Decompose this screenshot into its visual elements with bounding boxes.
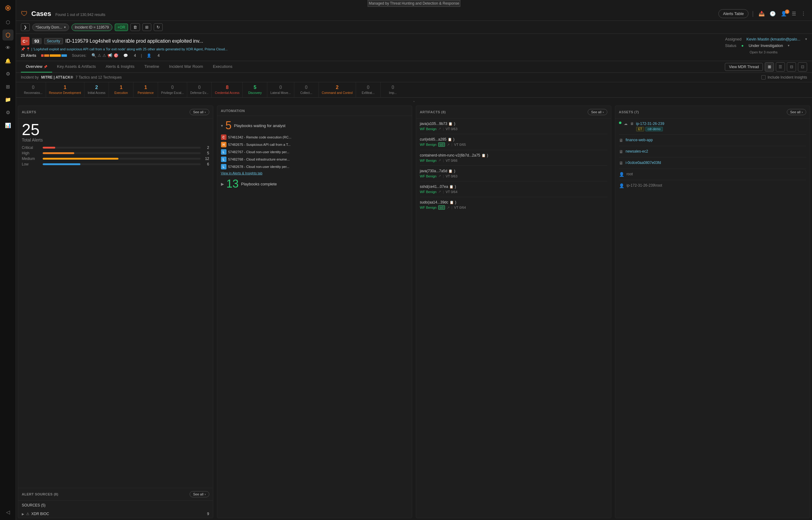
tactic-command-control[interactable]: 2 Command and Control — [319, 82, 356, 97]
share-icon-2[interactable]: ↗ — [438, 158, 441, 162]
tactic-exfiltrat[interactable]: 0 Exfiltrat... — [356, 82, 381, 97]
tactic-imp[interactable]: 0 Imp... — [381, 82, 405, 97]
columns-btn[interactable]: ⊞ — [142, 23, 151, 31]
assigned-value[interactable]: Kevin Mastin (kmastin@palo... — [746, 37, 800, 42]
nav-icon-alert[interactable]: 🔔 — [2, 55, 13, 66]
refresh-btn[interactable]: ↻ — [154, 23, 163, 31]
tactic-collect[interactable]: 0 Collect... — [294, 82, 319, 97]
tactic-initial-access[interactable]: 2 Initial Access — [84, 82, 109, 97]
detail-view-btn[interactable]: ⊟ — [787, 62, 796, 72]
source-expand-icon[interactable]: ▶ — [22, 512, 24, 516]
share-icon-1[interactable]: ↗ — [447, 143, 450, 147]
tactic-discovery[interactable]: 5 Discovery — [243, 82, 267, 97]
brand-logo[interactable] — [2, 2, 13, 14]
nav-icon-settings[interactable]: ⚙ — [2, 107, 13, 118]
copy-icon-0[interactable]: 📋 — [448, 122, 453, 126]
copy-icon-4[interactable]: 📋 — [449, 185, 454, 189]
view-insights-link[interactable]: View in Alerts & Insights tab — [221, 171, 408, 175]
copy-icon-3[interactable]: 📋 — [448, 169, 453, 173]
playbook-item-2[interactable]: L 57482767 - Cloud non-user identity per… — [221, 149, 408, 155]
tab-alerts-insights[interactable]: Alerts & Insights — [101, 61, 139, 73]
user-icon-4: 👤 — [619, 172, 624, 177]
notification-badge[interactable]: 👤 1 — [780, 11, 788, 17]
playbook-item-0[interactable]: C 57461342 - Remote code execution (RC..… — [221, 134, 408, 140]
complete-expand-icon[interactable]: ▶ — [221, 182, 224, 186]
asset-name-5[interactable]: ip-172-31-26-239\root — [627, 183, 807, 187]
nav-icon-puzzle[interactable]: ⚙ — [2, 68, 13, 79]
delete-filter-btn[interactable]: 🗑 — [130, 23, 140, 31]
tab-overview[interactable]: Overview 📌 — [21, 61, 52, 73]
severity-row-high: High 5 — [22, 151, 209, 155]
asset-name-4[interactable]: root — [627, 172, 807, 176]
include-insights-checkbox[interactable] — [761, 75, 766, 79]
playbook-item-1[interactable]: H 57482675 - Suspicious API call from a … — [221, 142, 408, 147]
artifacts-panel: ARTIFACTS (8) See all › java(a105...9b73… — [416, 106, 611, 518]
lc-badge-1: LC — [438, 142, 445, 147]
results-count: Found 1 out of 130,942 results — [55, 12, 105, 17]
or-button[interactable]: +OR — [115, 24, 128, 31]
include-insights-toggle[interactable]: Include Incident Insights — [761, 75, 807, 79]
list-view-btn[interactable]: ☰ — [776, 62, 785, 72]
share-icon-0[interactable]: ↗ — [438, 127, 441, 131]
copy-icon-1[interactable]: 📋 — [448, 137, 452, 141]
case-header: C ▾ 93 Security ID-119579 Log4shell vuln… — [16, 34, 812, 61]
tab-timeline[interactable]: Timeline — [139, 61, 164, 73]
waiting-expand-icon[interactable]: ▾ — [221, 123, 223, 128]
clock-icon[interactable]: 🕐 — [768, 9, 777, 18]
alerts-see-all-btn[interactable]: See all › — [190, 109, 209, 115]
alert-sources-see-all-btn[interactable]: See all › — [190, 491, 209, 497]
incident-id-filter[interactable]: Incident ID = 119579 — [72, 24, 112, 31]
xdr-bioc-count: 9 — [207, 512, 209, 516]
alerts-table-button[interactable]: Alerts Table — [719, 9, 749, 18]
share-icon-5[interactable]: ↗ — [447, 206, 450, 210]
tactic-persistence[interactable]: 1 Persistence — [134, 82, 158, 97]
share-icon-3[interactable]: ↗ — [438, 174, 441, 178]
alerts-panel-title: ALERTS — [22, 110, 36, 114]
asset-name-1[interactable]: finance-web-app — [626, 138, 807, 142]
playbook-item-4[interactable]: L 57482678 - Cloud non-user identity per… — [221, 164, 408, 170]
nav-icon-shield[interactable] — [2, 29, 13, 41]
status-value[interactable]: Under Investigation — [749, 43, 783, 48]
nav-icon-eye[interactable]: 👁 — [2, 42, 13, 53]
asset-name-2[interactable]: newsales-ec2 — [626, 149, 807, 154]
artifacts-see-all-btn[interactable]: See all › — [588, 109, 607, 115]
main-tabs: Overview 📌 Key Assets & Artifacts Alerts… — [16, 61, 812, 73]
asset-name-3[interactable]: i-0cdce0aa0807e03fd — [626, 160, 807, 165]
copy-icon-2[interactable]: 📋 — [482, 154, 486, 157]
tactic-resource-dev[interactable]: 1 Resource Development — [46, 82, 85, 97]
expand-collapse-btn[interactable]: ❯ — [21, 23, 30, 31]
grid-view-btn[interactable]: ⊞ — [765, 62, 774, 72]
share-icon-4[interactable]: ↗ — [438, 190, 441, 194]
view-mdr-button[interactable]: View MDR Thread — [725, 63, 763, 71]
playbook-item-3[interactable]: L 57482768 - Cloud infrastructure enume.… — [221, 157, 408, 162]
tactics-row: 0 Reconnaiss... 1 Resource Development 2… — [16, 82, 812, 98]
tactic-lateral-move[interactable]: 0 Lateral Move... — [267, 82, 294, 97]
nav-icon-chart[interactable]: 📊 — [2, 120, 13, 131]
alert-severity-bar — [41, 54, 67, 57]
nav-icon-collapse[interactable]: ◁ — [2, 506, 13, 518]
inbox-icon[interactable]: 📥 — [757, 9, 766, 18]
tab-key-assets[interactable]: Key Assets & Artifacts — [52, 61, 101, 73]
copy-icon-5[interactable]: 📋 — [450, 201, 454, 204]
asset-name-0[interactable]: ip-172-31-26-239 — [636, 122, 807, 126]
tactic-execution[interactable]: 1 Execution — [109, 82, 134, 97]
tab-executions[interactable]: Executions — [208, 61, 238, 73]
tactic-defense-ev[interactable]: 0 Defense Ev... — [187, 82, 212, 97]
scroll-down-indicator[interactable]: ⌄ — [16, 98, 812, 104]
tactic-reconnaiss[interactable]: 0 Reconnaiss... — [21, 82, 46, 97]
tactic-credential-access[interactable]: 8 Credential Access — [212, 82, 243, 97]
critical-label: Critical — [22, 146, 40, 150]
menu-icon[interactable]: ☰ — [790, 9, 797, 18]
more-icon[interactable]: ⋮ — [800, 9, 807, 18]
assets-see-all-btn[interactable]: See all › — [787, 109, 806, 115]
tab-incident-war-room[interactable]: Incident War Room — [164, 61, 208, 73]
tactic-privilege-escal[interactable]: 0 Privilege Escal... — [158, 82, 187, 97]
alerts-panel: ALERTS See all › 25 Total Alerts Critica… — [18, 106, 213, 518]
nav-icon-grid[interactable]: ⊞ — [2, 81, 13, 92]
nav-icon-folder[interactable]: 📁 — [2, 94, 13, 105]
pb-badge-l-0: L — [221, 149, 226, 155]
case-type-badge[interactable]: C ▾ — [21, 37, 29, 46]
columns-view-btn[interactable]: ⊡ — [798, 62, 807, 72]
nav-icon-1[interactable]: ⬡ — [2, 17, 13, 28]
security-domain-filter[interactable]: *Security Dom... ▾ — [32, 24, 69, 31]
